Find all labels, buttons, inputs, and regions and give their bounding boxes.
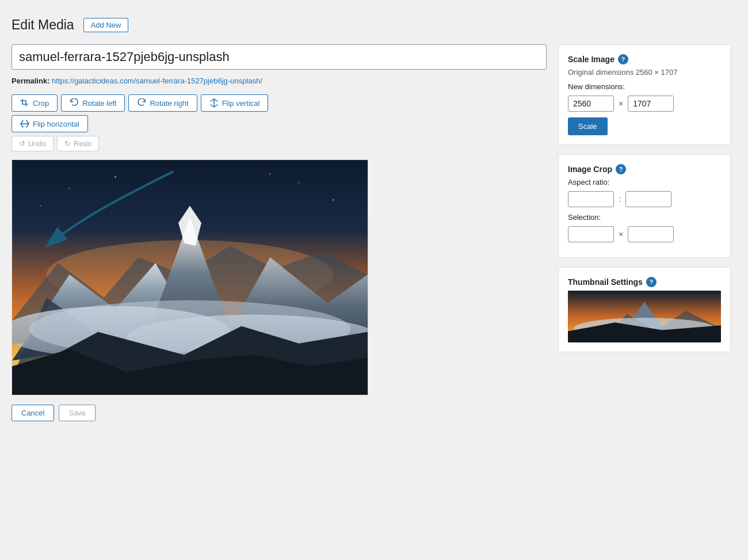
add-new-button[interactable]: Add New [83, 18, 129, 32]
aspect-ratio-label: Aspect ratio: [568, 178, 721, 186]
scale-height-input[interactable] [628, 96, 674, 112]
svg-point-14 [115, 176, 116, 178]
thumbnail-settings-title: Thumbnail Settings [568, 277, 643, 287]
scale-image-help[interactable]: ? [618, 54, 628, 64]
rotate-left-button[interactable]: Rotate left [61, 94, 125, 112]
cancel-button[interactable]: Cancel [12, 405, 54, 421]
selection-separator: × [619, 230, 623, 239]
image-preview [12, 159, 368, 395]
flip-vertical-button[interactable]: Flip vertical [201, 94, 269, 112]
scale-button[interactable]: Scale [568, 117, 608, 135]
image-crop-card: Image Crop ? Aspect ratio: : Selection: … [558, 154, 731, 258]
thumbnail-settings-help[interactable]: ? [646, 277, 657, 287]
aspect-ratio-height-input[interactable] [625, 191, 671, 207]
permalink: Permalink: https://galacticideas.com/sam… [12, 77, 547, 85]
svg-point-13 [69, 188, 70, 189]
rotate-left-icon [70, 98, 79, 108]
thumbnail-preview [568, 291, 721, 342]
original-dimensions: Original dimensions 2560 × 1707 [568, 68, 721, 77]
crop-button[interactable]: Crop [12, 94, 58, 112]
redo-button[interactable]: ↻ Redo [57, 136, 99, 151]
selection-label: Selection: [568, 213, 721, 222]
permalink-link[interactable]: https://galacticideas.com/samuel-ferrara… [52, 77, 262, 85]
flip-vertical-icon [209, 98, 219, 108]
scale-width-input[interactable] [568, 96, 614, 112]
page-title: Edit Media [12, 17, 74, 33]
aspect-separator: : [619, 195, 621, 204]
thumbnail-settings-card: Thumbnail Settings ? [558, 267, 731, 352]
scale-image-title: Scale Image [568, 55, 615, 64]
redo-icon: ↻ [64, 139, 71, 148]
flip-horizontal-button[interactable]: Flip horizontal [12, 115, 88, 132]
crop-icon [20, 98, 29, 108]
image-crop-title: Image Crop [568, 165, 612, 174]
selection-height-input[interactable] [628, 226, 674, 242]
scale-image-card: Scale Image ? Original dimensions 2560 ×… [558, 44, 731, 145]
right-panel: Scale Image ? Original dimensions 2560 ×… [558, 44, 731, 361]
selection-width-input[interactable] [568, 226, 614, 242]
aspect-ratio-width-input[interactable] [568, 191, 614, 207]
image-crop-help[interactable]: ? [616, 164, 626, 174]
filename-input[interactable] [12, 44, 547, 70]
rotate-right-button[interactable]: Rotate right [128, 94, 197, 112]
dimension-separator: × [619, 99, 623, 108]
undo-button[interactable]: ↺ Undo [12, 136, 54, 151]
save-button[interactable]: Save [59, 405, 96, 421]
rotate-right-icon [137, 98, 146, 108]
flip-horizontal-icon [20, 119, 29, 128]
svg-point-17 [333, 199, 334, 201]
svg-point-16 [298, 182, 299, 184]
svg-point-18 [270, 174, 271, 175]
svg-point-15 [40, 205, 41, 206]
undo-icon: ↺ [19, 139, 25, 148]
new-dimensions-label: New dimensions: [568, 82, 721, 91]
